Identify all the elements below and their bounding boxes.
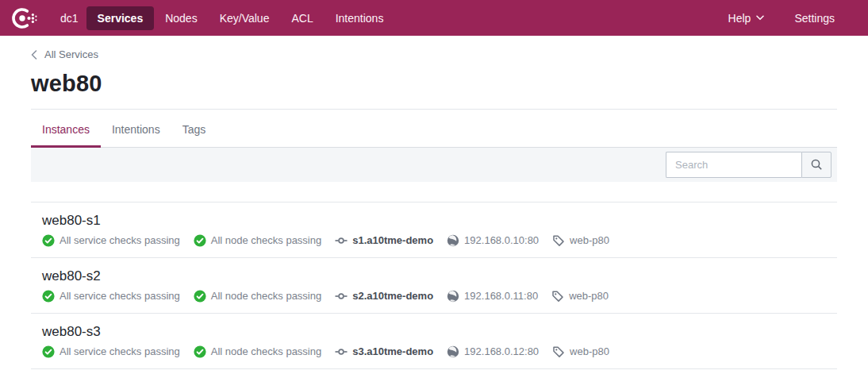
service-checks-status: All service checks passing [42, 345, 180, 358]
search-group [666, 152, 832, 178]
service-checks-label: All service checks passing [60, 234, 180, 246]
tag-icon [552, 345, 565, 358]
nav-services[interactable]: Services [86, 6, 155, 30]
service-checks-label: All service checks passing [60, 290, 180, 302]
tab-instances[interactable]: Instances [31, 110, 101, 147]
node-name: s2.a10tme-demo [335, 290, 433, 303]
datacenter-menu[interactable]: dc1 [49, 6, 86, 30]
node-link-icon [335, 345, 348, 358]
nav-settings[interactable]: Settings [783, 6, 846, 30]
instance-tag: web-p80 [552, 234, 609, 247]
address-label: 192.168.0.11:80 [464, 290, 538, 302]
instance-tag: web-p80 [551, 290, 609, 303]
node-link-icon [335, 290, 348, 303]
help-menu[interactable]: Help [717, 6, 776, 30]
main-content: All Services web80 Instances Intentions … [0, 36, 868, 369]
address-label: 192.168.0.10:80 [464, 234, 539, 246]
chevron-down-icon [756, 15, 764, 21]
service-checks-status: All service checks passing [42, 234, 180, 247]
check-circle-icon [42, 234, 55, 247]
instance-row: web80-s2 All service checks passing All … [31, 258, 837, 314]
service-checks-status: All service checks passing [42, 290, 180, 303]
check-circle-icon [194, 290, 206, 303]
instance-name-link[interactable]: web80-s2 [42, 268, 101, 284]
tag-label: web-p80 [570, 345, 609, 357]
service-checks-label: All service checks passing [60, 345, 180, 357]
nav-key-value[interactable]: Key/Value [209, 6, 281, 30]
breadcrumb[interactable]: All Services [31, 48, 98, 60]
instance-row: web80-s3 All service checks passing All … [31, 314, 837, 369]
instance-meta: All service checks passing All node chec… [42, 345, 837, 358]
tag-label: web-p80 [569, 290, 609, 302]
tab-bar: Instances Intentions Tags [31, 110, 837, 148]
search-icon [810, 158, 823, 171]
help-label: Help [728, 12, 751, 25]
search-button[interactable] [801, 152, 832, 178]
node-link-icon [335, 234, 348, 247]
instance-address: 192.168.0.11:80 [447, 290, 538, 303]
check-circle-icon [42, 345, 55, 358]
check-circle-icon [194, 345, 206, 358]
tab-tags[interactable]: Tags [171, 110, 217, 147]
primary-nav: dc1 Services Nodes Key/Value ACL Intenti… [49, 6, 394, 30]
nav-intentions[interactable]: Intentions [325, 6, 395, 30]
tag-icon [552, 234, 565, 247]
top-navbar: dc1 Services Nodes Key/Value ACL Intenti… [0, 0, 868, 36]
instance-row: web80-s1 All service checks passing All … [31, 202, 837, 258]
search-toolbar [31, 148, 837, 182]
node-name-label: s3.a10tme-demo [352, 345, 433, 357]
page-title: web80 [31, 71, 837, 110]
instance-address: 192.168.0.10:80 [447, 234, 539, 247]
tab-intentions[interactable]: Intentions [101, 110, 171, 147]
node-name-label: s2.a10tme-demo [352, 290, 433, 302]
nav-acl[interactable]: ACL [280, 6, 324, 30]
node-checks-status: All node checks passing [194, 345, 321, 358]
instance-meta: All service checks passing All node chec… [42, 234, 837, 247]
node-checks-label: All node checks passing [211, 345, 321, 357]
breadcrumb-label: All Services [44, 48, 98, 60]
secondary-nav: Help Settings [717, 6, 846, 30]
instance-meta: All service checks passing All node chec… [42, 290, 837, 303]
globe-icon [447, 234, 459, 247]
tag-icon [551, 290, 564, 303]
globe-icon [447, 345, 459, 358]
instance-name-link[interactable]: web80-s1 [42, 213, 101, 229]
node-name: s1.a10tme-demo [335, 234, 433, 247]
chevron-left-icon [31, 50, 37, 60]
nav-nodes[interactable]: Nodes [154, 6, 208, 30]
node-name-label: s1.a10tme-demo [352, 234, 433, 246]
tag-label: web-p80 [570, 234, 609, 246]
check-circle-icon [42, 290, 55, 303]
node-checks-status: All node checks passing [194, 290, 321, 303]
globe-icon [447, 290, 459, 303]
instance-tag: web-p80 [552, 345, 609, 358]
node-checks-status: All node checks passing [194, 234, 321, 247]
node-checks-label: All node checks passing [211, 290, 321, 302]
node-checks-label: All node checks passing [211, 234, 321, 246]
check-circle-icon [194, 234, 206, 247]
instance-list: web80-s1 All service checks passing All … [31, 202, 837, 369]
address-label: 192.168.0.12:80 [464, 345, 539, 357]
consul-logo-icon[interactable] [10, 3, 40, 33]
instance-address: 192.168.0.12:80 [447, 345, 539, 358]
search-input[interactable] [666, 152, 801, 178]
instance-name-link[interactable]: web80-s3 [42, 324, 101, 340]
node-name: s3.a10tme-demo [335, 345, 433, 358]
